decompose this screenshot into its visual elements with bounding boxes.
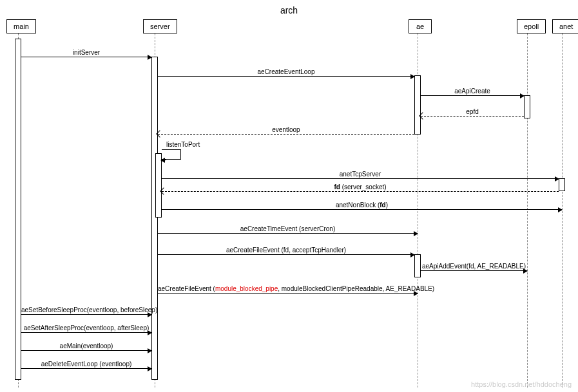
activation-ae-2 [414,254,421,277]
msg-aeApiCreate: aeApiCreate [421,88,524,95]
anb-suf: ) [386,201,388,209]
activation-main [15,39,21,380]
msg-aeMain: aeMain(eventloop) [21,342,151,350]
msg-fdReturn: fd (server_socket) [162,183,559,191]
arrow-aeCreateTimeEvent [158,233,418,234]
arrow-aeApiCreate [421,95,524,96]
arrow-listenToPort [161,160,166,160]
msg-initServer: initServer [21,49,151,56]
arrow-aeMain [21,350,151,351]
arrow-anetNonBlock [162,209,562,210]
participant-epoll: epoll [517,19,546,33]
cfe2-pre: aeCreateFileEvent ( [158,285,215,292]
cfe2-post: , moduleBlockedClientPipeReadable, AE_RE… [278,285,434,292]
diagram-title: arch [0,0,578,21]
activation-epoll [524,95,530,118]
msg-aeCreateFileEvent2: aeCreateFileEvent (module_blocked_pipe, … [158,285,418,292]
cfe2-red: module_blocked_pipe [215,285,278,292]
watermark: https://blog.csdn.net/hddocheng [471,380,572,388]
arrow-aeSetBeforeSleepProc [21,314,151,315]
msg-aeDeleteEventLoop: aeDeleteEventLoop (eventloop) [21,360,151,368]
msg-epfd: epfd [421,108,524,115]
msg-anetNonBlock: anetNonBlock (fd) [162,201,562,209]
arrow-aeCreateFileEvent1 [158,254,414,255]
fd-suffix: (server_socket) [340,183,387,191]
msg-aeSetBeforeSleepProc: aeSetBeforeSleepProc(eventloop, beforeSl… [21,306,151,313]
anb-pre: anetNonBlock ( [336,201,380,209]
participant-server: server [143,19,177,33]
activation-anet [559,178,565,191]
msg-aeCreateEventLoop: aeCreateEventLoop [158,68,414,75]
participant-main: main [6,19,36,33]
arrow-eventloop [158,134,414,135]
msg-eventloop: eventloop [158,126,414,133]
arrow-initServer [21,57,151,57]
lifeline-epoll [527,33,528,387]
arrow-aeDeleteEventLoop [21,368,151,369]
arrow-anetTcpServer [162,178,559,179]
msg-aeCreateTimeEvent: aeCreateTimeEvent (serverCron) [158,225,418,232]
arrow-aeApiAddEvent [421,270,527,271]
arrow-fdReturn [162,191,559,192]
fd-bold: fd [334,183,340,191]
anb-fd: fd [380,201,385,209]
participant-ae: ae [409,19,432,33]
arrow-aeCreateFileEvent2 [158,293,418,294]
activation-server [151,57,158,380]
arrow-aeCreateEventLoop [158,76,414,77]
msg-listenToPort: listenToPort [166,141,200,148]
msg-aeSetAfterSleepProc: aeSetAfterSleepProc(eventloop, afterSlee… [21,324,151,331]
activation-ae-1 [414,75,421,135]
msg-aeApiAddEvent: aeApiAddEvent(fd, AE_READABLE) [421,263,527,270]
msg-aeCreateFileEvent1: aeCreateFileEvent (fd, acceptTcpHandler) [158,247,414,254]
activation-server-inner [155,153,162,218]
arrow-aeSetAfterSleepProc [21,332,151,333]
arrow-epfd [421,116,524,117]
msg-anetTcpServer: anetTcpServer [162,171,559,178]
participant-anet: anet [552,19,578,33]
